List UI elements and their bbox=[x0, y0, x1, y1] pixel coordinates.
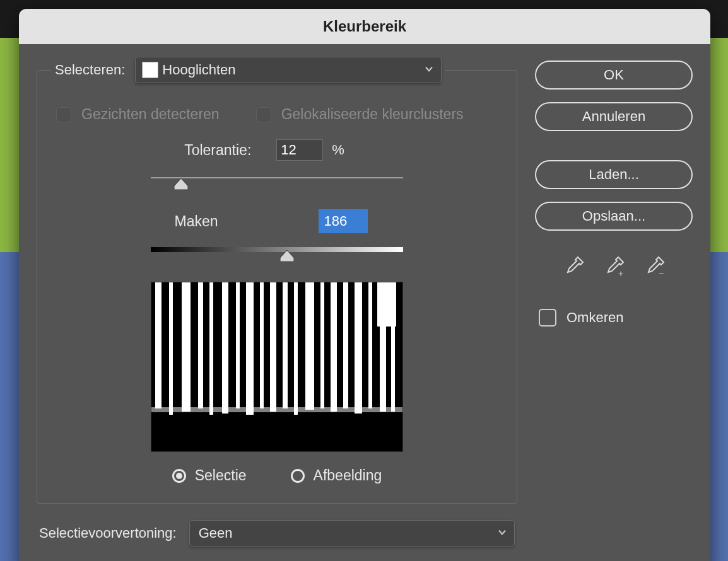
radio-image[interactable]: Afbeelding bbox=[291, 467, 382, 484]
svg-rect-15 bbox=[331, 282, 337, 412]
range-slider[interactable] bbox=[151, 244, 403, 263]
chevron-down-icon bbox=[425, 65, 433, 76]
tolerance-unit: % bbox=[332, 142, 344, 158]
cancel-button[interactable]: Annuleren bbox=[535, 102, 693, 131]
save-button[interactable]: Opslaan... bbox=[535, 202, 693, 231]
svg-rect-2 bbox=[169, 282, 173, 415]
radio-icon bbox=[172, 469, 186, 483]
select-value: Hooglichten bbox=[162, 62, 235, 78]
chevron-down-icon bbox=[498, 528, 507, 539]
svg-rect-8 bbox=[246, 282, 254, 415]
tolerance-label: Tolerantie: bbox=[184, 142, 251, 159]
tolerance-slider[interactable] bbox=[151, 172, 403, 191]
svg-rect-7 bbox=[236, 282, 240, 408]
tolerance-thumb[interactable] bbox=[174, 178, 188, 190]
svg-rect-10 bbox=[270, 282, 276, 412]
svg-rect-9 bbox=[260, 282, 264, 408]
dialog-title: Kleurbereik bbox=[19, 9, 710, 44]
svg-rect-18 bbox=[368, 282, 372, 408]
svg-rect-22 bbox=[151, 407, 402, 412]
svg-rect-1 bbox=[155, 282, 161, 408]
radio-selection-label: Selectie bbox=[195, 467, 247, 484]
preview-select-value: Geen bbox=[199, 525, 233, 541]
svg-rect-16 bbox=[343, 282, 348, 408]
select-label: Selecteren: bbox=[55, 62, 125, 78]
color-range-dialog: Kleurbereik Selecteren: Hooglichten bbox=[19, 9, 710, 561]
checkbox-icon bbox=[256, 107, 271, 122]
select-dropdown[interactable]: Hooglichten bbox=[135, 57, 442, 83]
checkbox-icon bbox=[56, 107, 71, 122]
main-group: Selecteren: Hooglichten Gezichten detect… bbox=[37, 57, 517, 504]
invert-label: Omkeren bbox=[567, 309, 623, 326]
svg-rect-21 bbox=[391, 327, 395, 412]
svg-rect-19 bbox=[377, 282, 396, 327]
localized-clusters-label: Gelokaliseerde kleurclusters bbox=[281, 106, 464, 123]
svg-rect-3 bbox=[182, 282, 191, 412]
svg-rect-13 bbox=[305, 282, 314, 410]
svg-rect-6 bbox=[222, 282, 228, 414]
detect-faces-label: Gezichten detecteren bbox=[81, 106, 220, 123]
eyedropper-icon[interactable] bbox=[563, 256, 584, 277]
checkbox-icon bbox=[539, 309, 556, 327]
range-input[interactable] bbox=[319, 210, 367, 233]
radio-icon bbox=[291, 469, 305, 483]
svg-rect-11 bbox=[283, 282, 288, 408]
preview-thumbnail bbox=[151, 282, 403, 452]
radio-image-label: Afbeelding bbox=[314, 467, 382, 484]
localized-clusters-checkbox: Gelokaliseerde kleurclusters bbox=[256, 106, 464, 123]
detect-faces-checkbox: Gezichten detecteren bbox=[56, 106, 220, 123]
svg-rect-20 bbox=[380, 327, 386, 412]
svg-text:−: − bbox=[659, 269, 664, 277]
svg-text:+: + bbox=[618, 269, 623, 277]
range-thumb[interactable] bbox=[280, 250, 294, 262]
eyedropper-add-icon[interactable]: + bbox=[603, 256, 625, 277]
svg-rect-12 bbox=[294, 282, 298, 415]
ok-button[interactable]: OK bbox=[535, 61, 693, 90]
preview-select[interactable]: Geen bbox=[189, 520, 515, 547]
invert-checkbox[interactable]: Omkeren bbox=[535, 309, 693, 327]
svg-rect-17 bbox=[355, 282, 362, 414]
load-button[interactable]: Laden... bbox=[535, 160, 693, 189]
radio-selection[interactable]: Selectie bbox=[172, 467, 247, 484]
eyedropper-subtract-icon[interactable]: − bbox=[643, 256, 665, 277]
svg-rect-5 bbox=[209, 282, 213, 415]
svg-rect-14 bbox=[320, 282, 324, 408]
range-label: Maken bbox=[174, 213, 218, 230]
svg-rect-4 bbox=[198, 282, 203, 408]
tolerance-input[interactable] bbox=[276, 139, 323, 161]
preview-label: Selectievoorvertoning: bbox=[39, 525, 177, 541]
select-swatch bbox=[142, 62, 158, 78]
